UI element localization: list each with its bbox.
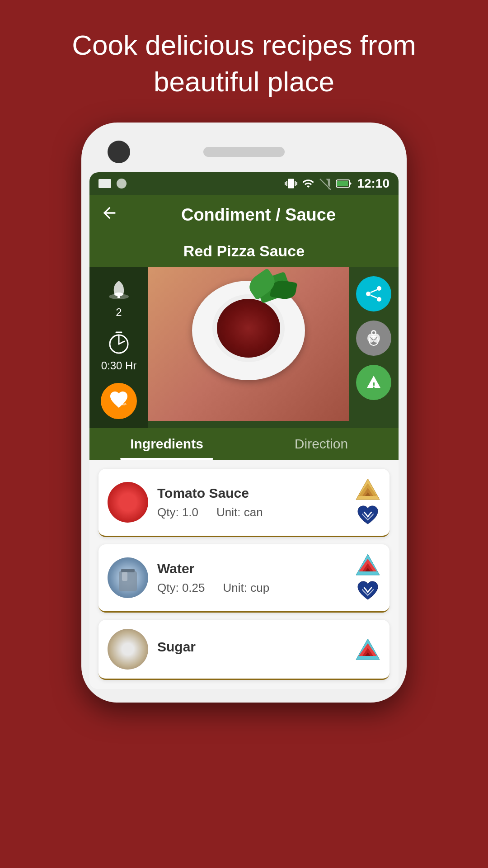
no-signal-icon [319, 177, 332, 190]
share-button[interactable] [356, 276, 391, 311]
phone-screen: 12:10 Condiment / Sauce Red Pizza Sauce [89, 172, 399, 689]
ingredient-qty-water: Qty: 0.25 [157, 581, 205, 595]
svg-text:✏: ✏ [122, 401, 127, 408]
status-left-icons [99, 179, 127, 189]
svg-point-11 [377, 286, 381, 291]
ingredient-image-water [108, 557, 148, 598]
ingredient-image-tomato [108, 482, 148, 523]
ingredient-info-tomato: Tomato Sauce Qty: 1.0 Unit: can [157, 486, 346, 519]
svg-rect-5 [117, 294, 120, 298]
page-headline: Cook delicious recipes from beautiful pl… [0, 0, 488, 123]
tab-bar: Ingredients Direction [89, 428, 399, 460]
ingredient-unit-label-tomato: Unit: can [216, 505, 263, 519]
tab-direction-label: Direction [295, 436, 348, 451]
status-bar: 12:10 [89, 172, 399, 195]
recipe-name: Red Pizza Sauce [89, 242, 399, 267]
ingredient-icons-tomato [355, 478, 380, 527]
phone-top [89, 136, 399, 172]
phone-speaker [203, 147, 285, 157]
heart-health-icon-tomato[interactable] [355, 504, 380, 527]
ingredient-name-water: Water [157, 561, 346, 576]
ingredient-details-tomato: Qty: 1.0 Unit: can [157, 505, 346, 519]
tab-direction[interactable]: Direction [244, 428, 399, 460]
svg-point-13 [377, 297, 381, 302]
ingredient-unit-water: Unit: cup [223, 581, 270, 595]
page-background: Cook delicious recipes from beautiful pl… [0, 0, 488, 868]
info-button[interactable] [356, 321, 391, 356]
time-value: 0:30 Hr [101, 359, 137, 372]
ingredient-icons-water [355, 553, 380, 602]
ingredient-details-water: Qty: 0.25 Unit: cup [157, 581, 346, 595]
svg-rect-2 [337, 181, 348, 186]
favorite-button[interactable]: ✏ [101, 383, 137, 419]
brightness-icon [117, 179, 127, 189]
svg-line-8 [119, 341, 124, 344]
ingredient-item-water: Water Qty: 0.25 Unit: cup [99, 544, 389, 613]
servings-value: 2 [116, 306, 122, 319]
water-img [108, 557, 148, 598]
ingredient-qty-label-tomato: Qty: 1.0 [157, 505, 198, 519]
tomato-sauce-img [108, 482, 148, 523]
status-right-info: 12:10 [285, 176, 389, 191]
recipe-image [148, 267, 349, 421]
phone-frame: 12:10 Condiment / Sauce Red Pizza Sauce [81, 123, 407, 703]
pyramid-icon-tomato[interactable] [355, 478, 380, 500]
right-panel [349, 267, 399, 428]
heart-health-icon-water[interactable] [355, 580, 380, 602]
svg-point-17 [372, 331, 375, 334]
svg-rect-29 [121, 569, 135, 572]
ingredients-list: Tomato Sauce Qty: 1.0 Unit: can [89, 460, 399, 689]
pyramid-icon-sugar[interactable] [355, 638, 380, 660]
time-display: 12:10 [357, 176, 389, 191]
battery-icon [336, 178, 352, 189]
svg-marker-21 [367, 376, 380, 388]
servings-stat: 2 [105, 276, 132, 319]
notification-button[interactable] [356, 365, 391, 400]
back-button[interactable] [100, 204, 118, 226]
time-stat: 0:30 Hr [101, 330, 137, 372]
left-panel: 2 0:30 Hr [89, 267, 148, 428]
svg-rect-28 [119, 571, 137, 591]
timer-icon [105, 330, 132, 357]
ingredient-image-sugar [108, 629, 148, 670]
svg-point-23 [373, 387, 375, 388]
svg-line-15 [371, 295, 377, 298]
svg-point-12 [366, 292, 371, 296]
ingredient-item-tomato: Tomato Sauce Qty: 1.0 Unit: can [99, 469, 389, 537]
svg-line-14 [371, 290, 377, 292]
sugar-img [108, 629, 148, 670]
recipe-header: Red Pizza Sauce [89, 235, 399, 267]
app-bar-title: Condiment / Sauce [129, 205, 388, 225]
pyramid-icon-water[interactable] [355, 553, 380, 576]
app-bar: Condiment / Sauce [89, 195, 399, 235]
tab-ingredients-label: Ingredients [130, 436, 203, 451]
ingredient-info-sugar: Sugar [157, 639, 346, 659]
wifi-icon [302, 177, 314, 190]
svg-rect-30 [122, 572, 127, 581]
svg-rect-22 [373, 382, 375, 386]
ingredient-icons-sugar [355, 638, 380, 660]
ingredient-info-water: Water Qty: 0.25 Unit: cup [157, 561, 346, 595]
servings-icon [105, 276, 132, 303]
vibrate-icon [285, 177, 297, 190]
tab-active-indicator [120, 458, 213, 460]
ingredient-name-sugar: Sugar [157, 639, 346, 655]
ingredient-item-sugar: Sugar [99, 620, 389, 680]
phone-camera [108, 141, 130, 163]
recipe-content: 2 0:30 Hr [89, 267, 399, 428]
tab-ingredients[interactable]: Ingredients [89, 428, 244, 460]
ingredient-name-tomato: Tomato Sauce [157, 486, 346, 501]
photo-icon [99, 179, 111, 188]
